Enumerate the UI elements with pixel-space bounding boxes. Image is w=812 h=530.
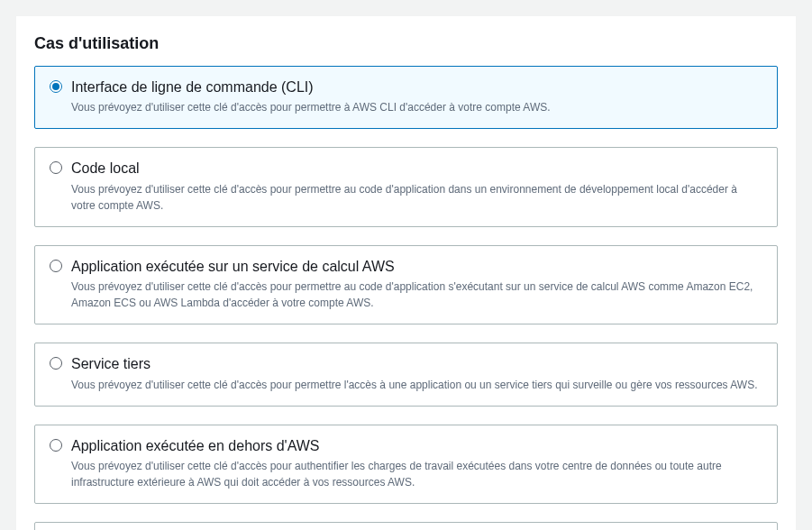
option-body: Code local Vous prévoyez d'utiliser cett… <box>71 159 762 213</box>
option-title: Code local <box>71 159 762 178</box>
option-body: Interface de ligne de commande (CLI) Vou… <box>71 78 762 115</box>
radio-icon <box>50 161 62 174</box>
option-title: Application exécutée sur un service de c… <box>71 257 762 277</box>
option-title: Interface de ligne de commande (CLI) <box>71 78 762 97</box>
option-desc: Vous prévoyez d'utiliser cette clé d'acc… <box>71 99 762 115</box>
radio-icon <box>50 80 62 93</box>
option-body: Application exécutée en dehors d'AWS Vou… <box>71 436 762 490</box>
option-aws-compute[interactable]: Application exécutée sur un service de c… <box>34 245 778 324</box>
option-outside-aws[interactable]: Application exécutée en dehors d'AWS Vou… <box>34 425 778 504</box>
option-body: Service tiers Vous prévoyez d'utiliser c… <box>71 354 762 392</box>
option-desc: Vous prévoyez d'utiliser cette clé d'acc… <box>71 377 762 393</box>
option-desc: Vous prévoyez d'utiliser cette clé d'acc… <box>71 279 762 311</box>
option-cli[interactable]: Interface de ligne de commande (CLI) Vou… <box>34 66 778 129</box>
option-body: Application exécutée sur un service de c… <box>71 257 762 311</box>
radio-icon <box>50 260 62 272</box>
option-desc: Vous prévoyez d'utiliser cette clé d'acc… <box>71 181 762 214</box>
option-title: Application exécutée en dehors d'AWS <box>71 436 762 456</box>
radio-icon <box>50 439 62 452</box>
option-other[interactable]: Autre Votre cas d'utilisation n'est pas … <box>34 522 778 530</box>
option-title: Service tiers <box>71 354 762 374</box>
use-case-panel: Cas d'utilisation Interface de ligne de … <box>16 16 796 530</box>
section-title: Cas d'utilisation <box>34 34 778 53</box>
option-third-party[interactable]: Service tiers Vous prévoyez d'utiliser c… <box>34 343 778 406</box>
option-local-code[interactable]: Code local Vous prévoyez d'utiliser cett… <box>34 147 778 226</box>
option-desc: Vous prévoyez d'utiliser cette clé d'acc… <box>71 458 762 490</box>
radio-icon <box>50 357 62 370</box>
